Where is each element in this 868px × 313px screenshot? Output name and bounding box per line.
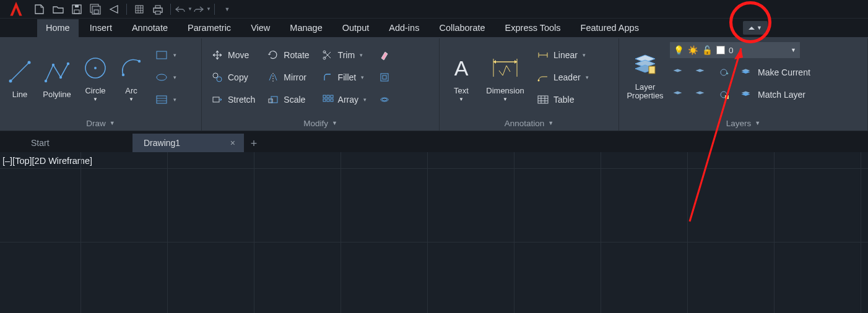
- viewport-label[interactable]: [–][Top][2D Wireframe]: [2, 156, 92, 166]
- ribbon-tabs: Home Insert Annotate Parametric View Man…: [0, 19, 868, 38]
- layer-dropdown[interactable]: 💡 ☀️ 🔓 0 ▼: [670, 42, 800, 58]
- layer-freeze-button[interactable]: [692, 62, 711, 83]
- tab-insert[interactable]: Insert: [81, 19, 121, 37]
- ribbon: Line Polyline Circle▼ Arc▼ ▾ ▾ ▾ Draw▼: [0, 38, 868, 131]
- tab-collaborate[interactable]: Collaborate: [430, 19, 493, 37]
- svg-rect-9: [155, 11, 160, 14]
- cloud-icon[interactable]: [131, 1, 148, 17]
- circle-button[interactable]: Circle▼: [78, 44, 113, 111]
- print-icon[interactable]: [149, 1, 167, 17]
- panel-annotation-title[interactable]: Annotation▼: [440, 116, 618, 131]
- saveas-icon[interactable]: [87, 1, 104, 17]
- svg-rect-33: [323, 95, 326, 98]
- svg-point-21: [122, 74, 124, 76]
- layer-thaw-button[interactable]: [692, 84, 711, 105]
- arc-button[interactable]: Arc▼: [114, 44, 149, 111]
- panel-annotation: A Text▼ Dimension▼ Linear▾ Leader▾ Table…: [440, 38, 619, 131]
- svg-point-15: [45, 79, 47, 82]
- open-icon[interactable]: [50, 1, 67, 17]
- layer-iso-button[interactable]: [670, 84, 688, 105]
- layer-lock-button[interactable]: *: [714, 62, 733, 83]
- quick-access-toolbar: ▼ ▼ ▼: [0, 0, 868, 19]
- layer-unlock-button[interactable]: [714, 84, 733, 105]
- svg-rect-54: [649, 66, 655, 74]
- tab-output[interactable]: Output: [334, 19, 378, 37]
- match-layer-button[interactable]: Match Layer: [737, 84, 814, 105]
- new-icon[interactable]: [31, 1, 48, 17]
- leader-button[interactable]: Leader▾: [532, 67, 592, 88]
- collapse-ribbon-button[interactable]: ▼: [743, 21, 768, 35]
- hatch-button[interactable]: ▾: [151, 89, 180, 110]
- svg-point-24: [157, 74, 167, 80]
- doctab-drawing1[interactable]: Drawing1×: [132, 134, 244, 152]
- trim-button[interactable]: Trim▾: [317, 45, 370, 66]
- svg-point-26: [213, 73, 218, 78]
- dimension-button[interactable]: Dimension▼: [480, 44, 530, 111]
- svg-rect-28: [213, 97, 219, 102]
- svg-point-14: [28, 61, 31, 64]
- rotate-button[interactable]: Rotate: [263, 45, 313, 66]
- svg-text:A: A: [454, 56, 469, 80]
- scale-button[interactable]: Scale: [263, 89, 313, 110]
- svg-point-20: [94, 67, 97, 69]
- share-icon[interactable]: [105, 1, 123, 17]
- svg-rect-34: [327, 95, 329, 98]
- ellipse-button[interactable]: ▾: [151, 67, 180, 88]
- erase-button[interactable]: [374, 45, 395, 66]
- table-button[interactable]: Table: [532, 89, 592, 110]
- copy-button[interactable]: Copy: [207, 67, 259, 88]
- make-current-button[interactable]: Make Current: [737, 62, 814, 83]
- layer-color-swatch: [716, 46, 725, 54]
- svg-point-27: [217, 77, 222, 82]
- chevron-down-icon: ▼: [791, 47, 796, 53]
- mirror-button[interactable]: Mirror: [263, 67, 313, 88]
- line-button[interactable]: Line: [4, 44, 36, 111]
- polyline-button[interactable]: Polyline: [37, 44, 77, 111]
- array-button[interactable]: Array▾: [317, 89, 370, 110]
- svg-rect-23: [157, 51, 167, 59]
- tab-manage[interactable]: Manage: [281, 19, 331, 37]
- linear-button[interactable]: Linear▾: [532, 45, 592, 66]
- tab-express-tools[interactable]: Express Tools: [497, 19, 570, 37]
- panel-layers: Layer Properties 💡 ☀️ 🔓 0 ▼: [619, 38, 868, 131]
- layer-off-button[interactable]: [670, 62, 688, 83]
- tab-featured-apps[interactable]: Featured Apps: [572, 19, 648, 37]
- drawing-canvas[interactable]: [–][Top][2D Wireframe]: [0, 152, 868, 313]
- svg-point-13: [9, 79, 12, 82]
- explode-button[interactable]: [374, 67, 395, 88]
- tab-annotate[interactable]: Annotate: [123, 19, 176, 37]
- tab-parametric[interactable]: Parametric: [179, 19, 240, 37]
- offset-button[interactable]: [374, 89, 395, 110]
- panel-layers-title[interactable]: Layers▼: [619, 116, 867, 131]
- move-button[interactable]: Move: [207, 45, 259, 66]
- stretch-button[interactable]: Stretch: [207, 89, 259, 110]
- triangle-up-icon: [749, 27, 755, 30]
- svg-rect-29: [269, 99, 272, 103]
- text-button[interactable]: A Text▼: [443, 44, 479, 111]
- panel-draw: Line Polyline Circle▼ Arc▼ ▾ ▾ ▾ Draw▼: [0, 38, 202, 131]
- svg-rect-36: [323, 99, 326, 101]
- tab-home[interactable]: Home: [37, 19, 79, 37]
- tab-addins[interactable]: Add-ins: [380, 19, 428, 37]
- svg-rect-25: [157, 96, 167, 103]
- rectangle-button[interactable]: ▾: [151, 45, 180, 66]
- svg-rect-40: [383, 75, 386, 79]
- save-icon[interactable]: [68, 1, 85, 17]
- svg-line-12: [11, 62, 29, 81]
- close-icon[interactable]: ×: [230, 138, 235, 148]
- doctab-start[interactable]: Start: [20, 134, 131, 152]
- panel-modify-title[interactable]: Modify▼: [202, 116, 439, 131]
- qat-more-icon[interactable]: ▼: [219, 1, 236, 17]
- layer-properties-button[interactable]: Layer Properties: [623, 41, 667, 108]
- new-drawing-button[interactable]: +: [245, 135, 263, 152]
- tab-view[interactable]: View: [242, 19, 279, 37]
- sun-icon: ☀️: [688, 45, 698, 55]
- redo-icon[interactable]: ▼: [193, 1, 210, 17]
- svg-point-48: [538, 79, 540, 81]
- svg-text:*: *: [726, 71, 729, 77]
- lock-icon: 🔓: [702, 45, 713, 55]
- fillet-button[interactable]: Fillet▾: [317, 67, 370, 88]
- undo-icon[interactable]: ▼: [175, 1, 192, 17]
- panel-draw-title[interactable]: Draw▼: [0, 116, 201, 131]
- app-logo[interactable]: [2, 0, 30, 19]
